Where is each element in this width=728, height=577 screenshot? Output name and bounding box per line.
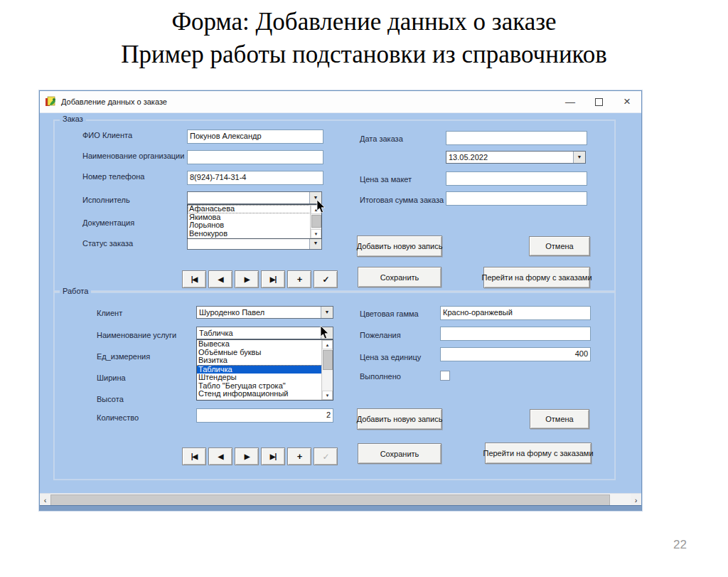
close-button[interactable]: × [613,91,641,112]
scroll-left-icon[interactable]: ‹ [40,494,50,505]
quantity-label: Количество [97,413,139,422]
maximize-button[interactable] [584,91,613,112]
nav-add-button[interactable]: + [287,270,311,288]
form-client-area: Заказ ФИО Клиента Покунов Александр Наим… [40,113,641,505]
slide-page-number: 22 [673,538,687,552]
slide-title-line2: Пример работы подстановки из справочнико… [0,38,728,71]
executor-dropdown-list: Афанасьева Якимова Лорьянов Венокуров ▲ … [187,204,322,239]
wishes-label: Пожелания [360,331,401,339]
work-client-dropdown-icon[interactable]: ▼ [321,307,333,318]
client-name-field[interactable]: Покунов Александр [187,129,323,144]
width-label: Ширина [97,374,126,382]
slide-title: Форма: Добавление данных о заказе Пример… [0,6,728,71]
nav-confirm-button[interactable]: ✓ [314,270,338,288]
work-client-value: Шуроденко Павел [199,307,320,318]
organization-field[interactable] [187,150,323,164]
nav-last-button[interactable]: ▶| [261,448,285,465]
client-name-label: ФИО Клиента [82,131,132,139]
scrollbar-thumb[interactable] [311,215,321,228]
order-record-navigator: |◀ ◀ ▶ ▶| + ✓ [182,270,338,288]
mouse-cursor-icon [316,200,327,214]
status-dropdown-icon[interactable]: ▼ [309,238,321,249]
list-item[interactable]: Венокуров [188,230,311,238]
scroll-right-icon[interactable]: › [631,494,641,505]
nav-last-button[interactable]: ▶| [261,270,285,288]
executor-label: Исполнитель [82,196,130,204]
list-item[interactable]: Лорьянов [188,221,311,230]
order-groupbox: Заказ ФИО Клиента Покунов Александр Наим… [53,120,616,292]
nav-prev-button[interactable]: ◀ [208,448,232,465]
list-item[interactable]: Афанасьева [188,205,311,213]
nav-next-button[interactable]: ▶ [235,270,259,288]
unit-price-label: Цена за единицу [360,353,421,361]
phone-label: Номер телефона [82,172,144,181]
order-goto-orders-button[interactable]: Перейти на форму с заказами [483,267,590,288]
date-combobox[interactable]: 13.05.2022 ▼ [446,151,586,164]
nav-next-button[interactable]: ▶ [235,448,259,465]
height-label: Высота [97,395,124,403]
work-group-label: Работа [60,287,91,295]
list-item[interactable]: Штендеры [197,374,322,382]
order-cancel-button[interactable]: Отмена [529,236,590,256]
list-item[interactable]: Визитка [197,356,322,365]
hscrollbar-thumb[interactable] [50,494,610,505]
executor-combobox[interactable]: ▼ [187,191,322,204]
color-scheme-field[interactable]: Красно-оранжевый [440,306,591,320]
mouse-cursor-icon [320,326,331,340]
nav-first-button[interactable]: |◀ [182,448,206,465]
service-combobox[interactable]: Табличка [196,327,333,339]
organization-label: Наименование организации [82,152,184,160]
nav-confirm-button-disabled: ✓ [314,448,338,465]
status-label: Статус заказа [82,239,133,248]
window-bottom-edge [40,505,641,511]
done-checkbox[interactable] [440,371,450,381]
phone-field[interactable]: 8(924)-714-31-4 [187,171,323,185]
maximize-icon [595,98,603,106]
nav-add-button[interactable]: + [287,448,311,465]
quantity-field[interactable]: 2 [196,408,333,423]
order-date-label: Дата заказа [360,134,403,143]
horizontal-scrollbar[interactable]: ‹ › [40,493,641,505]
work-groupbox: Работа Клиент Шуроденко Павел ▼ Наименов… [53,292,616,480]
date-combo-value: 13.05.2022 [449,152,572,163]
date-dropdown-icon[interactable]: ▼ [573,152,585,163]
unit-price-field[interactable]: 400 [440,347,591,361]
order-save-button[interactable]: Сохранить [358,267,441,287]
title-bar: Добавление данных о заказе — × [40,91,641,113]
work-record-navigator: |◀ ◀ ▶ ▶| + ✓ [182,448,338,465]
documentation-label: Документация [82,218,134,227]
order-add-record-button[interactable]: Добавить новую запись [357,235,442,257]
service-list-scrollbar[interactable]: ▲ ▼ [321,340,333,400]
app-form-icon [46,96,57,107]
scrollbar-thumb[interactable] [323,350,333,370]
done-label: Выполнено [360,372,401,381]
slide-title-line1: Форма: Добавление данных о заказе [0,6,728,38]
scroll-up-icon[interactable]: ▲ [322,340,333,349]
layout-price-label: Цена за макет [360,175,412,184]
service-label: Наименование услуги [97,331,176,339]
work-goto-orders-button[interactable]: Перейти на форму с заказами [485,443,592,464]
list-item[interactable]: Вывеска [197,340,322,349]
wishes-field[interactable] [440,327,591,341]
order-date-field[interactable] [446,131,587,145]
list-item[interactable]: Стенд информационный [197,390,322,398]
work-save-button[interactable]: Сохранить [358,443,441,464]
color-scheme-label: Цветовая гамма [360,309,419,318]
service-dropdown-list: Вывеска Объёмные буквы Визитка Табличка … [196,339,333,401]
work-client-label: Клиент [97,309,122,317]
order-group-label: Заказ [60,115,86,123]
unit-label: Ед_измерения [97,352,150,361]
order-total-label: Итоговая сумма заказа [360,196,444,204]
scroll-down-icon[interactable]: ▼ [322,391,333,400]
order-total-field[interactable] [446,191,587,206]
nav-prev-button[interactable]: ◀ [208,270,232,288]
minimize-button[interactable]: — [556,91,584,112]
window-title: Добавление данных о заказе [61,97,167,106]
work-cancel-button[interactable]: Отмена [530,409,589,429]
service-value: Табличка [199,327,320,339]
scroll-down-icon[interactable]: ▼ [311,229,321,238]
work-client-combobox[interactable]: Шуроденко Павел ▼ [196,306,333,319]
nav-first-button[interactable]: |◀ [182,270,206,288]
layout-price-field[interactable] [446,171,587,186]
work-add-record-button[interactable]: Добавить новую запись [357,408,442,430]
